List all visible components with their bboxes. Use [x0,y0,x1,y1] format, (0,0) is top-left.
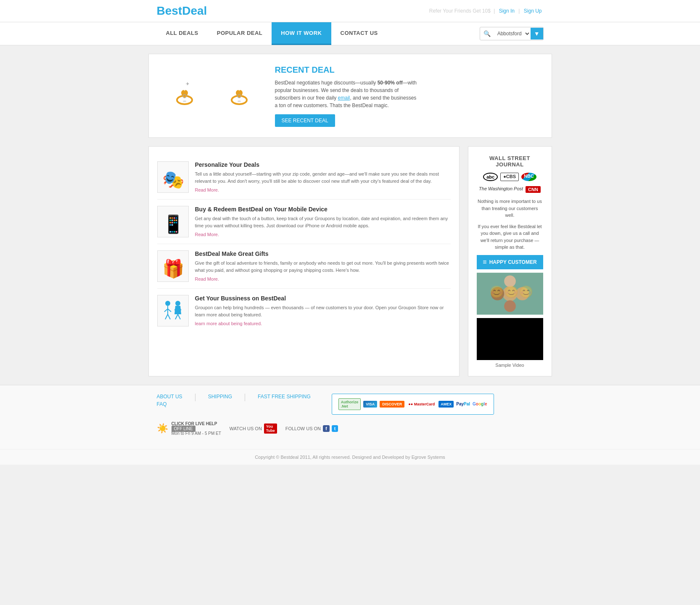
svg-line-12 [164,309,168,312]
location-search[interactable]: 🔍 Abbotsford Vancouver Toronto ▼ [480,27,544,40]
nbc-logo: NBC [521,173,536,181]
live-help[interactable]: ☀️ CLICK FOR LIVE HELP OFF LINE Mon to F… [157,421,221,436]
svg-point-3 [183,100,186,102]
svg-point-16 [175,301,180,306]
payment-logos: Authorize.Net VISA DISCOVER ●● MasterCar… [332,394,494,415]
search-icon: 🔍 [480,27,494,40]
navigation: ALL DEALS POPULAR DEAL HOW IT WORK CONTA… [0,22,700,45]
jewelry-image-2 [216,77,254,115]
sidebar: WALL STREET JOURNAL abc ●CBS NBC The Was… [468,146,552,376]
video-placeholder[interactable] [477,318,543,360]
footer-bottom: ☀️ CLICK FOR LIVE HELP OFF LINE Mon to F… [157,421,544,436]
how-item-2-title: Buy & Redeem BestDeal on Your Mobile Dev… [195,206,451,213]
how-item-3-title: BestDeal Make Great Gifts [195,250,451,257]
how-item-3: 🎁 BestDeal Make Great Gifts Give the gif… [157,244,451,289]
shipping-link[interactable]: SHIPPING [208,394,232,400]
how-item-2-content: Buy & Redeem BestDeal on Your Mobile Dev… [195,206,451,237]
copyright: Copyright © Bestdeal 2011, All rights re… [0,449,700,465]
nav-item-contact-us[interactable]: CONTACT US [331,22,387,45]
svg-text:🎁: 🎁 [162,258,185,279]
how-item-2-desc: Get any deal with the touch of a button,… [195,215,451,229]
nav-links: ALL DEALS POPULAR DEAL HOW IT WORK CONTA… [157,22,387,45]
deal-title: RECENT DEAL [275,65,543,75]
svg-line-14 [165,314,168,319]
online-time: Mon to Fri 9 AM - 5 PM ET [172,431,221,436]
follow-us: FOLLOW US ON f t [285,425,338,432]
how-item-1-content: Personalize Your Deals Tell us a little … [195,161,451,193]
amex-logo: AMEX [438,401,454,408]
video-label: Sample Video [477,363,543,368]
cnn-logo: CNN [526,186,541,193]
main-content: ✈ RECENT DEAL BestDeal negotiates huge d… [148,54,552,376]
logo[interactable]: BestDeal [157,4,207,18]
paypal-logo: PayPal [456,402,470,406]
location-select[interactable]: Abbotsford Vancouver Toronto [494,27,531,40]
svg-line-15 [168,314,170,319]
dropdown-arrow-icon: ▼ [531,28,543,39]
header-links: Refer Your Friends Get 10$ | Sign In | S… [428,8,544,14]
faq-link[interactable]: FAQ [157,401,182,407]
footer-col-fast-shipping: FAST FREE SHIPPING [245,394,323,401]
youtube-icon[interactable]: YouTube [264,424,277,434]
svg-text:✈: ✈ [186,82,189,86]
fast-free-shipping-link[interactable]: FAST FREE SHIPPING [258,394,311,400]
nav-item-popular-deal[interactable]: POPULAR DEAL [208,22,272,45]
how-item-4-desc: Groupon can help bring hundreds — even t… [195,304,451,318]
happy-customer-button[interactable]: HAPPY CUSTOMER [477,255,543,269]
how-item-1: 🎭 Personalize Your Deals Tell us a littl… [157,155,451,200]
svg-line-18 [175,314,178,319]
google-checkout-logo: Google [473,402,487,406]
separator2: | [518,8,521,14]
how-item-2: 📱 Buy & Redeem BestDeal on Your Mobile D… [157,200,451,244]
how-item-1-desc: Tell us a little about yourself—starting… [195,171,451,184]
how-item-4-link[interactable]: learn more about being featured. [195,321,262,326]
business-icon [157,295,189,326]
facebook-icon[interactable]: f [323,425,330,432]
how-it-works-section: 🎭 Personalize Your Deals Tell us a littl… [148,146,552,376]
recent-deal-banner: ✈ RECENT DEAL BestDeal negotiates huge d… [148,54,552,138]
how-item-1-link[interactable]: Read More. [195,187,219,192]
svg-marker-17 [174,306,181,314]
svg-line-19 [178,314,180,319]
visa-logo: VISA [363,401,377,408]
authorize-net-badge: Authorize.Net [338,398,361,410]
sign-in-link[interactable]: Sign In [499,8,515,14]
business-image [160,298,185,324]
deal-title-prefix: RECENT [275,65,312,74]
refer-text: Refer Your Friends Get 10$ [429,8,491,14]
mastercard-logo: ●● MasterCard [407,401,436,408]
how-item-4: Get Your Bussiness on BestDeal Groupon c… [157,289,451,333]
separator1: | [494,8,496,14]
sun-icon: ☀️ [157,423,168,434]
sidebar-customer-text2: If you ever feel like Bestdeal let you d… [477,223,543,251]
header: BestDeal Refer Your Friends Get 10$ | Si… [0,0,700,22]
discover-logo: DISCOVER [380,401,404,408]
how-item-3-desc: Give the gift of local adventure to frie… [195,260,451,274]
follow-label: FOLLOW US ON [285,426,321,431]
deal-description: BestDeal negotiates huge discounts—usual… [275,79,418,109]
twitter-icon[interactable]: t [332,425,338,432]
mobile-device-image: 📱 [160,209,185,234]
footer: ABOUT US FAQ SHIPPING FAST FREE SHIPPING… [0,385,700,465]
customer-image: 😊😊😊 [477,273,543,315]
see-recent-deal-button[interactable]: SEE RECENT DEAL [275,114,335,127]
svg-line-13 [168,309,171,312]
live-help-label: CLICK FOR LIVE HELP [172,421,221,426]
deal-description-text: BestDeal negotiates huge discounts—usual… [275,80,417,108]
watch-us: WATCH US ON YouTube [230,424,277,434]
cbs-logo: ●CBS [500,173,519,181]
how-item-2-link[interactable]: Read More. [195,232,219,237]
how-item-4-title: Get Your Bussiness on BestDeal [195,295,451,302]
about-us-link[interactable]: ABOUT US [157,394,182,400]
svg-text:🎭: 🎭 [162,169,185,190]
footer-links: ABOUT US FAQ SHIPPING FAST FREE SHIPPING [157,394,323,409]
personalize-icon: 🎭 [157,161,189,193]
svg-text:😊😊😊: 😊😊😊 [489,284,533,298]
mobile-icon: 📱 [157,206,189,237]
nav-item-all-deals[interactable]: ALL DEALS [157,22,208,45]
how-item-3-link[interactable]: Read More. [195,276,219,281]
how-item-4-content: Get Your Bussiness on BestDeal Groupon c… [195,295,451,326]
nav-item-how-it-work[interactable]: HOW IT WORK [272,22,331,45]
sign-up-link[interactable]: Sign Up [524,8,542,14]
footer-col-shipping: SHIPPING [195,394,245,401]
